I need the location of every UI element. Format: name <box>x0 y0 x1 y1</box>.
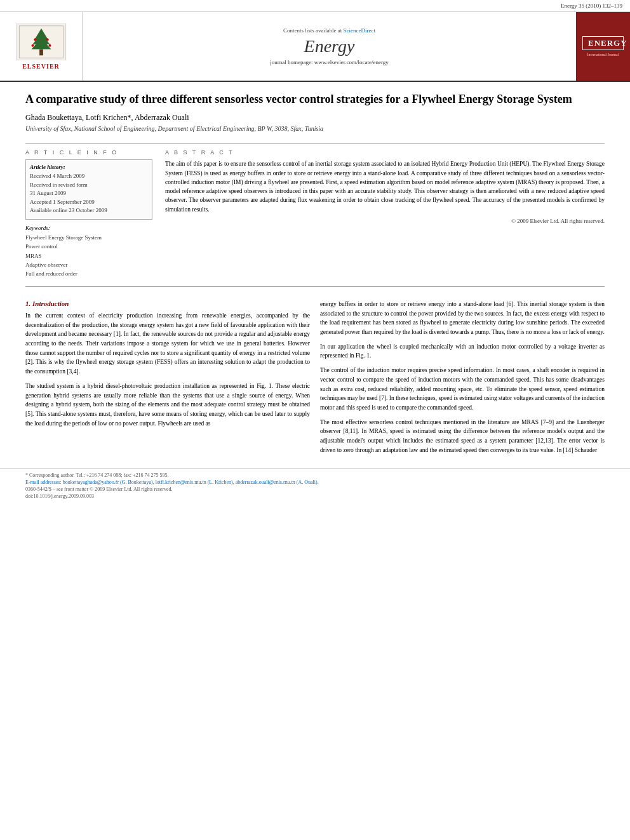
energy-subtitle: International Journal <box>587 53 619 57</box>
keywords-title: Keywords: <box>25 225 152 231</box>
issn-line: 0360-5442/$ – see front matter © 2009 El… <box>25 486 605 492</box>
contents-line: Contents lists available at ScienceDirec… <box>283 27 375 34</box>
col-left: 1. Introduction In the current context o… <box>25 300 310 460</box>
history-revised2: 31 August 2009 <box>30 189 148 198</box>
intro-paragraph-right-3: The control of the induction motor requi… <box>320 366 605 413</box>
doi-line: doi:10.1016/j.energy.2009.09.003 <box>25 493 605 499</box>
elsevier-logo: ELSEVIER <box>0 12 83 81</box>
intro-paragraph-right-4: The most effective sensorless control te… <box>320 418 605 455</box>
top-bar: Energy 35 (2010) 132–139 <box>0 0 630 12</box>
history-online: Available online 23 October 2009 <box>30 206 148 215</box>
abstract-header: A B S T R A C T <box>165 149 605 156</box>
keyword-3: MRAS <box>25 251 152 260</box>
intro-paragraph-2: The studied system is a hybrid diesel-ph… <box>25 382 310 429</box>
footnote-star: * Corresponding author. Tel.: +216 74 27… <box>25 472 605 478</box>
svg-point-9 <box>48 44 51 46</box>
journal-header: ELSEVIER Contents lists available at Sci… <box>0 12 630 82</box>
article-info-col: A R T I C L E I N F O Article history: R… <box>25 149 152 278</box>
intro-paragraph-1: In the current context of electricity pr… <box>25 311 310 377</box>
article-history-box: Article history: Received 4 March 2009 R… <box>25 159 152 220</box>
journal-title: Energy <box>304 36 355 57</box>
intro-section-title: 1. Introduction <box>25 300 310 307</box>
abstract-col: A B S T R A C T The aim of this paper is… <box>165 149 605 278</box>
page-footer: * Corresponding author. Tel.: +216 74 27… <box>0 468 630 504</box>
page-wrapper: Energy 35 (2010) 132–139 <box>0 0 630 504</box>
keyword-2: Power control <box>25 242 152 251</box>
svg-point-6 <box>34 38 36 41</box>
article-header: A comparative study of three different s… <box>0 82 630 143</box>
history-revised: Received in revised form <box>30 181 148 190</box>
keyword-4: Adaptive observer <box>25 260 152 269</box>
energy-badge: ENERGY <box>582 36 624 50</box>
main-body: 1. Introduction In the current context o… <box>0 292 630 468</box>
contents-text: Contents lists available at <box>283 27 342 34</box>
keyword-5: Full and reduced order <box>25 269 152 278</box>
citation-text: Energy 35 (2010) 132–139 <box>561 3 622 9</box>
footnote-email: E-mail addresses: boukettayaghada@yahoo.… <box>25 479 605 485</box>
history-accepted: Accepted 1 September 2009 <box>30 198 148 207</box>
history-title: Article history: <box>30 164 148 170</box>
divider-after-affiliation <box>25 143 605 144</box>
intro-paragraph-right-1: energy buffers in order to store or retr… <box>320 300 605 337</box>
elsevier-tree-icon <box>16 23 67 60</box>
article-info-section: A R T I C L E I N F O Article history: R… <box>0 149 630 278</box>
history-received: Received 4 March 2009 <box>30 172 148 181</box>
divider-after-abstract <box>25 286 605 287</box>
sciencedirect-link[interactable]: ScienceDirect <box>344 27 375 34</box>
homepage-line: journal homepage: www.elsevier.com/locat… <box>270 59 389 65</box>
journal-center: Contents lists available at ScienceDirec… <box>83 12 576 81</box>
article-title: A comparative study of three different s… <box>25 92 605 107</box>
article-info-header: A R T I C L E I N F O <box>25 149 152 156</box>
keywords-box: Keywords: Flywheel Energy Storage System… <box>25 225 152 279</box>
abstract-text: The aim of this paper is to ensure the s… <box>165 159 605 214</box>
svg-point-7 <box>46 38 48 41</box>
keyword-1: Flywheel Energy Storage System <box>25 233 152 242</box>
article-authors: Ghada Boukettaya, Lotfi Krichen*, Abderr… <box>25 113 605 123</box>
energy-right-box: ENERGY International Journal <box>576 12 630 81</box>
svg-point-8 <box>31 44 34 46</box>
col-right: energy buffers in order to store or retr… <box>320 300 605 460</box>
elsevier-brand-text: ELSEVIER <box>22 63 60 70</box>
copyright-line: © 2009 Elsevier Ltd. All rights reserved… <box>165 218 605 224</box>
svg-rect-2 <box>39 49 43 55</box>
intro-paragraph-right-2: In our application the wheel is coupled … <box>320 342 605 361</box>
article-affiliation: University of Sfax, National School of E… <box>25 125 605 132</box>
